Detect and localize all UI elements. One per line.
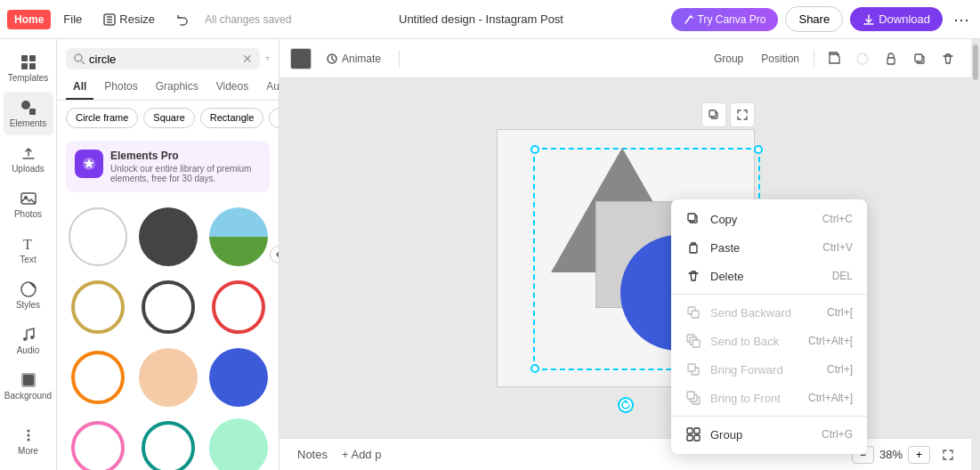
tag-circle-frame[interactable]: Circle frame — [66, 108, 138, 128]
filter-button[interactable] — [265, 50, 270, 68]
clear-search-button[interactable]: ✕ — [242, 52, 253, 66]
zoom-in-button[interactable]: + — [908, 446, 930, 464]
sidebar-item-audio[interactable]: Audio — [4, 319, 53, 362]
resize-button[interactable]: Resize — [94, 9, 164, 29]
share-button[interactable]: Share — [785, 6, 843, 32]
shape-circle-gold-outline[interactable] — [66, 275, 129, 338]
handle-bl[interactable] — [530, 364, 539, 373]
sidebar-item-styles[interactable]: Styles — [4, 273, 53, 317]
svg-rect-7 — [29, 63, 36, 69]
tab-graphics[interactable]: Graphics — [149, 75, 206, 100]
expand-canvas-button[interactable] — [730, 102, 755, 127]
sidebar-item-more[interactable]: More — [4, 419, 53, 463]
ctx-send-backward[interactable]: Send Backward Ctrl+[ — [671, 298, 867, 327]
bring-forward-icon — [685, 361, 701, 377]
shape-circle-mint[interactable] — [207, 416, 270, 470]
search-input[interactable] — [89, 53, 239, 66]
shape-circle-orange-outline[interactable] — [66, 345, 129, 409]
more-options-button[interactable]: ⋯ — [950, 6, 973, 33]
ctx-paste[interactable]: Paste Ctrl+V — [671, 233, 867, 262]
shape-circle-teal-outline[interactable] — [136, 416, 199, 470]
position-button[interactable]: Position — [754, 49, 806, 69]
sidebar-item-templates[interactable]: Templates — [4, 46, 53, 90]
sidebar-item-elements[interactable]: Elements — [4, 92, 53, 135]
shapes-grid — [57, 198, 279, 470]
image-icon — [20, 190, 37, 207]
elements-label: Elements — [10, 118, 47, 128]
shape-circle-dark[interactable] — [136, 205, 199, 268]
text-icon: T — [20, 235, 37, 253]
sidebar-item-text[interactable]: T Text — [4, 228, 53, 271]
copy-canvas-button[interactable] — [701, 102, 726, 127]
svg-rect-43 — [688, 364, 695, 371]
resize-icon — [103, 13, 116, 26]
shape-circle-dark-outline[interactable] — [136, 275, 199, 338]
document-title: Untitled design - Instagram Post — [295, 12, 667, 26]
svg-rect-47 — [687, 428, 692, 434]
copy-button[interactable] — [907, 46, 932, 71]
tab-videos[interactable]: Videos — [209, 75, 255, 100]
ctx-group[interactable]: Group Ctrl+G — [671, 420, 867, 449]
shape-circle-pink-outline[interactable] — [66, 416, 129, 470]
fullscreen-button[interactable] — [935, 442, 960, 467]
notes-button[interactable]: Notes — [290, 444, 335, 465]
ctx-delete[interactable]: Delete DEL — [671, 262, 867, 290]
scroll-thumb[interactable] — [973, 45, 978, 80]
tag-square[interactable]: Square — [143, 108, 194, 128]
promo-box[interactable]: Elements Pro Unlock our entire library o… — [66, 141, 270, 192]
toolbar-separator — [399, 50, 400, 68]
shape-circle-red-outline[interactable] — [207, 275, 270, 338]
ctx-bring-forward[interactable]: Bring Forward Ctrl+] — [671, 355, 867, 384]
canvas-viewport[interactable] — [279, 78, 971, 438]
ctx-bring-to-front[interactable]: Bring to Front Ctrl+Alt+] — [671, 384, 867, 412]
delete-button[interactable] — [935, 46, 960, 71]
try-pro-button[interactable]: Try Canva Pro — [671, 8, 779, 31]
svg-point-8 — [21, 101, 30, 109]
svg-rect-23 — [266, 58, 270, 59]
color-swatch[interactable] — [290, 48, 312, 69]
svg-rect-38 — [692, 311, 699, 318]
delete-ctx-icon — [685, 268, 701, 284]
ctx-copy[interactable]: Copy Ctrl+C — [671, 205, 867, 233]
tag-triangle[interactable]: Triang▸ — [269, 108, 279, 128]
svg-rect-36 — [690, 245, 697, 253]
sidebar-item-photos[interactable]: Photos — [4, 182, 53, 226]
shape-circle-white[interactable] — [66, 205, 129, 268]
handle-tl[interactable] — [530, 145, 539, 154]
shape-circle-blue[interactable] — [207, 345, 270, 409]
copy-icon — [685, 211, 701, 227]
tab-photos[interactable]: Photos — [97, 75, 144, 100]
copy-style-button[interactable] — [822, 46, 846, 71]
svg-rect-33 — [709, 110, 716, 117]
tab-audio[interactable]: Audio — [259, 75, 279, 100]
tab-all[interactable]: All — [66, 75, 93, 100]
photos-label: Photos — [14, 209, 42, 219]
more-label: More — [18, 446, 38, 456]
home-button[interactable]: Home — [7, 10, 51, 29]
add-page-button[interactable]: + Add p — [342, 448, 381, 461]
transparency-button[interactable] — [850, 46, 875, 71]
sidebar-item-uploads[interactable]: Uploads — [4, 137, 53, 181]
download-button[interactable]: Download — [850, 7, 943, 31]
tag-rectangle[interactable]: Rectangle — [200, 108, 264, 128]
svg-point-18 — [27, 430, 29, 433]
undo-button[interactable] — [167, 10, 198, 29]
promo-icon — [75, 150, 103, 178]
shape-circle-sky[interactable] — [207, 205, 270, 268]
save-status: All changes saved — [205, 13, 291, 26]
download-icon — [863, 13, 875, 26]
animate-button[interactable]: Animate — [319, 49, 388, 69]
right-scrollbar[interactable] — [971, 39, 980, 470]
sidebar-item-background[interactable]: Background — [4, 364, 53, 408]
toolbar-right: Group Position — [707, 46, 960, 71]
rotate-icon — [620, 400, 631, 410]
handle-tr[interactable] — [754, 145, 763, 154]
group-button[interactable]: Group — [707, 49, 750, 69]
ctx-send-to-back[interactable]: Send to Back Ctrl+Alt+[ — [671, 327, 867, 355]
file-menu[interactable]: File — [54, 9, 91, 29]
rotate-handle[interactable] — [618, 397, 634, 413]
lock-button[interactable] — [879, 46, 903, 71]
more-icon — [20, 426, 37, 444]
elements-pro-icon — [81, 156, 97, 172]
shape-circle-peach[interactable] — [136, 345, 199, 409]
